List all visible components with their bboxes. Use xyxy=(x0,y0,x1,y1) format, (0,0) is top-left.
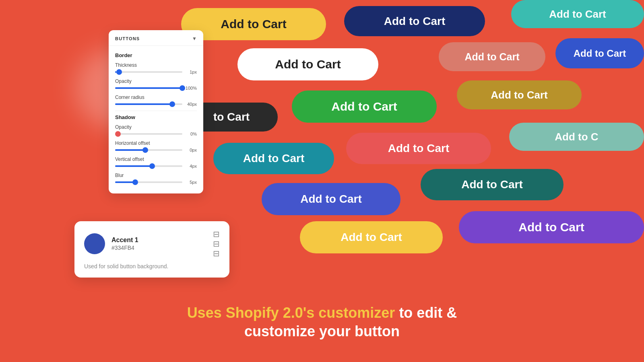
opacity-label: Opacity xyxy=(115,78,197,84)
thickness-field: Thickness 1px xyxy=(115,62,197,74)
blur-field: Blur 5px xyxy=(115,173,197,185)
corner-radius-field: Corner radius 40px xyxy=(115,95,197,107)
add-to-cart-button[interactable]: Add to Cart xyxy=(457,80,582,109)
add-to-cart-button[interactable]: Add to Cart xyxy=(439,42,545,71)
add-to-cart-button[interactable]: Add to Cart xyxy=(346,133,491,164)
panel-header: BUTTONS ▼ xyxy=(109,30,203,46)
color-name: Accent 1 xyxy=(111,237,138,244)
thickness-label: Thickness xyxy=(115,62,197,68)
h-offset-field: Horizontal offset 0px xyxy=(115,140,197,152)
corner-radius-track[interactable] xyxy=(115,103,182,105)
panel-body: Border Thickness 1px Opacity 100% xyxy=(109,46,203,193)
bottom-text-line2: customize your button xyxy=(0,323,644,340)
v-offset-label: Vertical offset xyxy=(115,156,197,162)
shadow-opacity-label: Opacity xyxy=(115,124,197,130)
shadow-opacity-track[interactable] xyxy=(115,133,182,135)
panel-arrow-icon[interactable]: ▼ xyxy=(192,36,197,41)
bottom-text-white-1: to edit & xyxy=(395,304,457,321)
bottom-text: Uses Shopify 2.0's customizer to edit & … xyxy=(0,304,644,340)
shadow-opacity-value: 0% xyxy=(186,132,197,136)
h-offset-label: Horizontal offset xyxy=(115,140,197,146)
blur-track[interactable] xyxy=(115,181,182,183)
thickness-value: 1px xyxy=(186,70,197,74)
v-offset-track[interactable] xyxy=(115,165,182,167)
color-swatch-area: Accent 1 #334FB4 xyxy=(84,233,138,254)
blur-value: 5px xyxy=(186,180,197,185)
color-card-top: Accent 1 #334FB4 ⊟⊟⊟ xyxy=(84,229,220,258)
thickness-track[interactable] xyxy=(115,71,182,73)
stack-icon[interactable]: ⊟⊟⊟ xyxy=(213,229,220,258)
corner-radius-value: 40px xyxy=(186,102,197,107)
color-description: Used for solid button background. xyxy=(84,263,220,269)
settings-panel: BUTTONS ▼ Border Thickness 1px Opacity xyxy=(109,30,203,193)
v-offset-field: Vertical offset 4px xyxy=(115,156,197,169)
add-to-cart-button[interactable]: Add to Cart xyxy=(213,143,334,174)
add-to-cart-button[interactable]: Add to Cart xyxy=(344,6,485,36)
add-to-cart-button[interactable]: Add to Cart xyxy=(421,169,564,200)
corner-radius-label: Corner radius xyxy=(115,95,197,100)
h-offset-value: 0px xyxy=(186,148,197,152)
opacity-track[interactable] xyxy=(115,87,182,89)
add-to-cart-button[interactable]: Add to Cart xyxy=(511,0,644,28)
bottom-text-yellow: Uses Shopify 2.0's customizer xyxy=(187,304,395,321)
opacity-field: Opacity 100% xyxy=(115,78,197,90)
opacity-value: 100% xyxy=(186,86,197,90)
color-info: Accent 1 #334FB4 xyxy=(111,237,138,251)
shadow-section-title: Shadow xyxy=(115,114,197,120)
panel-title: BUTTONS xyxy=(115,36,140,41)
blur-label: Blur xyxy=(115,173,197,178)
add-to-cart-button[interactable]: Add to Cart xyxy=(300,221,443,253)
add-to-cart-button[interactable]: Add to Cart xyxy=(459,211,644,243)
color-hex: #334FB4 xyxy=(111,245,138,251)
border-section-title: Border xyxy=(115,52,197,58)
v-offset-value: 4px xyxy=(186,164,197,169)
color-swatch xyxy=(84,233,105,254)
add-to-cart-button[interactable]: Add to Cart xyxy=(262,183,400,215)
add-to-cart-button[interactable]: Add to Cart xyxy=(555,38,644,68)
add-to-cart-button[interactable]: Add to Cart xyxy=(292,90,437,123)
shadow-opacity-field: Opacity 0% xyxy=(115,124,197,136)
add-to-cart-button[interactable]: Add to C xyxy=(509,123,644,151)
h-offset-track[interactable] xyxy=(115,149,182,151)
bottom-text-line1: Uses Shopify 2.0's customizer to edit & xyxy=(0,304,644,321)
add-to-cart-button[interactable]: Add to Cart xyxy=(237,48,378,80)
color-card: Accent 1 #334FB4 ⊟⊟⊟ Used for solid butt… xyxy=(74,221,229,278)
